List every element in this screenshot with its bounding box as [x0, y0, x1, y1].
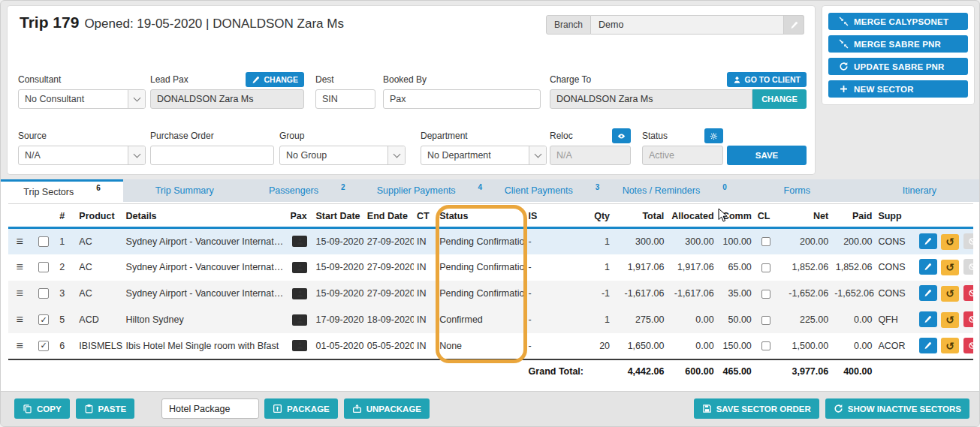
edit-sector-button[interactable]: [919, 338, 937, 353]
lead-pax-label: Lead Pax: [150, 74, 188, 85]
tab-itinerary[interactable]: Itinerary: [858, 179, 980, 202]
sector-row-checkbox[interactable]: ✓: [38, 314, 49, 325]
cl-checkbox[interactable]: [761, 341, 770, 350]
purchase-order-input[interactable]: [150, 146, 274, 165]
sector-comm-cell: 65.00: [717, 254, 755, 281]
trip-sectors-table: # Product Details Pax Start Date End Dat…: [1, 202, 980, 391]
col-header-number: #: [56, 204, 76, 228]
sector-status-cell: Pending Confirmation: [436, 228, 525, 254]
grand-total-allocated: 600.00: [667, 359, 716, 383]
merge-calypsonet-button[interactable]: MERGE CALYPSONET: [828, 13, 968, 30]
sector-paid-cell: 200.00: [831, 228, 875, 254]
undo-sector-button[interactable]: ↺: [941, 312, 959, 328]
deactivate-sector-button[interactable]: [963, 338, 973, 353]
copy-button[interactable]: COPY: [14, 398, 70, 419]
department-field: Department No Department: [421, 128, 547, 165]
update-sabre-pnr-button[interactable]: UPDATE SABRE PNR: [828, 58, 968, 75]
edit-sector-button[interactable]: [919, 259, 937, 275]
person-icon: [296, 341, 304, 350]
dest-input[interactable]: SIN: [315, 89, 375, 109]
drag-handle-icon[interactable]: ≡: [16, 260, 23, 273]
reloc-label: Reloc: [550, 131, 573, 141]
charge-to-field: Charge To GO TO CLIENT DONALDSON Zara Ms…: [550, 72, 807, 109]
tab-notes-reminders[interactable]: Notes / Reminders0: [614, 179, 736, 202]
sector-allocated-cell: 0.00: [667, 307, 716, 333]
merge-sabre-pnr-button[interactable]: MERGE SABRE PNR: [828, 35, 968, 53]
pax-icon[interactable]: [292, 288, 307, 299]
drag-handle-icon[interactable]: ≡: [16, 235, 23, 248]
booked-by-input[interactable]: Pax: [383, 89, 541, 109]
cl-checkbox[interactable]: [761, 290, 770, 299]
edit-sector-button[interactable]: [919, 311, 937, 327]
status-value: Active: [642, 146, 723, 165]
status-settings-button[interactable]: [704, 128, 723, 143]
tab-badge: 4: [478, 183, 483, 191]
show-inactive-sectors-button[interactable]: SHOW INACTIVE SECTORS: [825, 398, 969, 419]
branch-edit-button[interactable]: [784, 15, 804, 35]
source-select[interactable]: N/A: [18, 146, 146, 165]
sector-product-cell: AC: [76, 228, 122, 254]
cl-checkbox[interactable]: [761, 263, 770, 272]
tab-trip-sectors[interactable]: Trip Sectors6: [1, 179, 123, 202]
tab-passengers[interactable]: Passengers2: [246, 179, 368, 202]
sector-row-checkbox[interactable]: [38, 236, 49, 247]
drag-handle-icon[interactable]: ≡: [16, 313, 23, 326]
consultant-select[interactable]: No Consultant: [18, 89, 146, 109]
charge-to-change-button[interactable]: CHANGE: [752, 89, 807, 109]
sector-row-checkbox[interactable]: ✓: [38, 341, 49, 351]
pax-icon[interactable]: [292, 340, 307, 351]
undo-sector-button[interactable]: ↺: [941, 234, 959, 250]
tab-trip-summary[interactable]: Trip Summary: [123, 179, 246, 202]
deactivate-sector-button[interactable]: [963, 233, 973, 249]
undo-sector-button[interactable]: ↺: [941, 260, 959, 275]
save-button[interactable]: SAVE: [727, 146, 807, 165]
deactivate-sector-button[interactable]: [963, 285, 973, 301]
deactivate-sector-button[interactable]: [963, 311, 973, 327]
gear-icon: [710, 132, 718, 140]
col-header-net: Net: [777, 204, 831, 228]
edit-sector-button[interactable]: [919, 233, 937, 249]
charge-to-value: DONALDSON Zara Ms: [550, 89, 752, 109]
new-sector-button[interactable]: NEW SECTOR: [828, 80, 968, 98]
save-sector-order-button[interactable]: SAVE SECTOR ORDER: [694, 398, 819, 419]
sector-start-date-cell: 01-05-2020: [313, 333, 364, 359]
drag-handle-icon[interactable]: ≡: [16, 287, 23, 299]
drag-handle-icon[interactable]: ≡: [16, 339, 23, 352]
paste-button[interactable]: PASTE: [76, 398, 135, 419]
tab-client-payments[interactable]: Client Payments3: [491, 179, 614, 202]
edit-sector-button[interactable]: [919, 285, 937, 301]
sector-ct-cell: IN: [414, 333, 436, 359]
sector-end-date-cell: 27-09-2020: [364, 254, 414, 281]
sector-row-checkbox[interactable]: [38, 262, 49, 272]
department-select[interactable]: No Department: [421, 146, 547, 165]
undo-sector-button[interactable]: ↺: [941, 286, 959, 302]
ban-icon: [968, 341, 973, 350]
sector-status-cell: Pending Confirmation: [436, 254, 525, 281]
reloc-view-button[interactable]: [612, 128, 631, 143]
pax-icon[interactable]: [292, 262, 307, 273]
sector-qty-cell: -1: [574, 281, 613, 307]
pencil-icon: [924, 341, 932, 350]
pax-icon[interactable]: [292, 314, 307, 326]
sector-supp-cell: QFH: [875, 307, 914, 333]
unpackage-button[interactable]: UNPACKAGE: [344, 398, 430, 419]
package-icon: [273, 404, 282, 413]
cl-checkbox[interactable]: [761, 237, 770, 246]
package-button[interactable]: PACKAGE: [264, 398, 338, 419]
lead-pax-change-button[interactable]: CHANGE: [246, 72, 304, 87]
package-name-input[interactable]: [161, 398, 259, 419]
pencil-icon: [252, 76, 260, 84]
sector-row-checkbox[interactable]: [38, 288, 49, 299]
pax-icon[interactable]: [292, 236, 307, 247]
go-to-client-button[interactable]: GO TO CLIENT: [727, 72, 807, 87]
group-select[interactable]: No Group: [279, 146, 406, 165]
sector-details-cell: Sydney Airport - Vancouver International…: [123, 281, 288, 307]
tab-supplier-payments[interactable]: Supplier Payments4: [368, 179, 490, 202]
tab-forms[interactable]: Forms: [736, 179, 858, 202]
cl-checkbox[interactable]: [761, 316, 770, 325]
undo-sector-button[interactable]: ↺: [941, 338, 959, 353]
chevron-down-icon: [128, 90, 145, 108]
col-header-total: Total: [613, 204, 667, 228]
deactivate-sector-button[interactable]: [963, 259, 973, 275]
sector-qty-cell: 1: [574, 307, 613, 333]
